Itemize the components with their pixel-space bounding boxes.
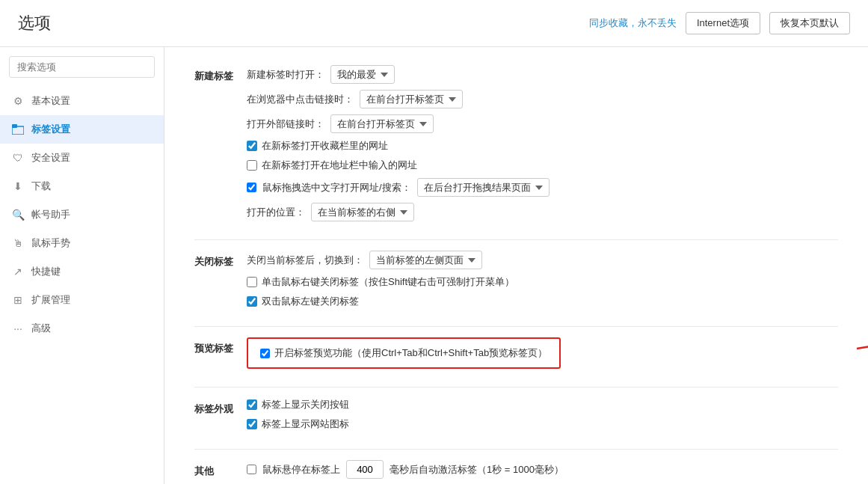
layout: ⚙ 基本设置 标签设置 🛡 安全设置 ⬇ 下载 🔍 帐号助手 bbox=[0, 47, 868, 484]
sidebar-item-tab[interactable]: 标签设置 bbox=[0, 115, 164, 144]
other-body: 鼠标悬停在标签上 毫秒后自动激活标签（1秒 = 1000毫秒） bbox=[247, 460, 838, 479]
sidebar-label-basic: 基本设置 bbox=[31, 94, 70, 108]
preview-checkbox[interactable] bbox=[260, 349, 270, 358]
header-actions: 同步收藏，永不丢失 Internet选项 恢复本页默认 bbox=[589, 12, 850, 34]
new-tab-row: 新建标签 新建标签时打开： 我的最爱 在浏览器中点击链接时： 在前台打开标签页 bbox=[194, 65, 838, 221]
other-row: 其他 鼠标悬停在标签上 毫秒后自动激活标签（1秒 = 1000毫秒） bbox=[194, 460, 838, 479]
svg-line-2 bbox=[857, 334, 868, 349]
download-icon: ⬇ bbox=[12, 180, 24, 192]
divider-1 bbox=[194, 239, 838, 240]
delay-input[interactable] bbox=[346, 460, 384, 479]
new-tab-body: 新建标签时打开： 我的最爱 在浏览器中点击链接时： 在前台打开标签页 打开外部链… bbox=[247, 65, 838, 221]
hover-activate-label: 鼠标悬停在标签上 bbox=[262, 463, 340, 477]
tab-icon bbox=[12, 123, 24, 135]
external-link-select[interactable]: 在前台打开标签页 bbox=[330, 114, 434, 133]
divider-4 bbox=[194, 449, 838, 450]
close-tab-row: 关闭标签 关闭当前标签后，切换到： 当前标签的左侧页面 单击鼠标右键关闭标签（按… bbox=[194, 251, 838, 308]
position-select[interactable]: 在当前标签的右侧 bbox=[311, 203, 414, 221]
sidebar-label-shortcut: 快捷键 bbox=[31, 265, 61, 278]
sidebar-label-gesture: 鼠标手势 bbox=[31, 236, 70, 250]
tab-appearance-row: 标签外观 标签上显示关闭按钮 标签上显示网站图标 bbox=[194, 398, 838, 431]
sidebar-label-extension: 扩展管理 bbox=[31, 293, 70, 307]
sidebar-item-download[interactable]: ⬇ 下载 bbox=[0, 172, 164, 200]
tab-appearance-section: 标签外观 标签上显示关闭按钮 标签上显示网站图标 bbox=[194, 398, 838, 431]
account-icon: 🔍 bbox=[12, 209, 24, 221]
sidebar-label-tab: 标签设置 bbox=[31, 123, 70, 136]
sync-link[interactable]: 同步收藏，永不丢失 bbox=[589, 16, 677, 30]
sidebar-item-advanced[interactable]: ··· 高级 bbox=[0, 314, 164, 343]
internet-options-button[interactable]: Internet选项 bbox=[686, 12, 760, 34]
sidebar-label-security: 安全设置 bbox=[31, 151, 70, 165]
new-tab-open-text: 新建标签时打开： bbox=[247, 68, 324, 82]
tab-appearance-body: 标签上显示关闭按钮 标签上显示网站图标 bbox=[247, 398, 838, 431]
show-favicon-checkbox[interactable] bbox=[247, 419, 257, 429]
tab-appearance-label: 标签外观 bbox=[194, 398, 247, 416]
new-tab-open-select[interactable]: 我的最爱 bbox=[330, 65, 395, 84]
external-link-row: 打开外部链接时： 在前台打开标签页 bbox=[247, 114, 838, 133]
dots-icon: ··· bbox=[12, 322, 24, 334]
grid-icon: ⊞ bbox=[12, 294, 24, 306]
restore-default-button[interactable]: 恢复本页默认 bbox=[769, 12, 850, 34]
other-section: 其他 鼠标悬停在标签上 毫秒后自动激活标签（1秒 = 1000毫秒） bbox=[194, 460, 838, 479]
close-switch-row: 关闭当前标签后，切换到： 当前标签的左侧页面 bbox=[247, 251, 838, 269]
divider-3 bbox=[194, 387, 838, 387]
close-tab-label: 关闭标签 bbox=[194, 251, 247, 269]
main-content: 新建标签 新建标签时打开： 我的最爱 在浏览器中点击链接时： 在前台打开标签页 bbox=[164, 47, 868, 484]
gear-icon: ⚙ bbox=[12, 95, 24, 107]
divider-2 bbox=[194, 326, 838, 327]
click-link-row: 在浏览器中点击链接时： 在前台打开标签页 bbox=[247, 90, 838, 108]
close-switch-select[interactable]: 当前标签的左侧页面 bbox=[369, 251, 482, 269]
preview-tab-body: 开启标签预览功能（使用Ctrl+Tab和Ctrl+Shift+Tab预览标签页） bbox=[247, 337, 838, 369]
shortcut-icon: ↗ bbox=[12, 266, 24, 278]
search-input[interactable] bbox=[9, 56, 155, 78]
drag-checkbox[interactable] bbox=[247, 183, 256, 192]
delay-suffix: 毫秒后自动激活标签（1秒 = 1000毫秒） bbox=[390, 463, 564, 477]
click-link-text: 在浏览器中点击链接时： bbox=[247, 93, 354, 106]
preview-label: 开启标签预览功能（使用Ctrl+Tab和Ctrl+Shift+Tab预览标签页） bbox=[274, 346, 547, 360]
other-label: 其他 bbox=[194, 460, 247, 478]
bookmark-label: 在新标签打开收藏栏里的网址 bbox=[262, 139, 388, 153]
hover-activate-checkbox[interactable] bbox=[247, 465, 256, 474]
external-link-text: 打开外部链接时： bbox=[247, 117, 324, 131]
double-click-close-checkbox[interactable] bbox=[247, 296, 257, 307]
close-tab-body: 关闭当前标签后，切换到： 当前标签的左侧页面 单击鼠标右键关闭标签（按住Shif… bbox=[247, 251, 838, 308]
red-arrow-icon bbox=[849, 326, 868, 371]
bookmark-checkbox-row: 在新标签打开收藏栏里的网址 bbox=[247, 139, 838, 153]
position-text: 打开的位置： bbox=[247, 206, 305, 219]
header: 选项 同步收藏，永不丢失 Internet选项 恢复本页默认 bbox=[0, 0, 868, 47]
show-favicon-row: 标签上显示网站图标 bbox=[247, 417, 838, 431]
show-close-btn-checkbox[interactable] bbox=[247, 399, 257, 410]
shield-icon: 🛡 bbox=[12, 152, 24, 164]
drag-row: 鼠标拖拽选中文字打开网址/搜索： 在后台打开拖拽结果页面 bbox=[247, 178, 838, 197]
preview-tab-section: 预览标签 开启标签预览功能（使用Ctrl+Tab和Ctrl+Shift+Tab预… bbox=[194, 337, 838, 369]
svg-rect-1 bbox=[12, 124, 17, 128]
position-row: 打开的位置： 在当前标签的右侧 bbox=[247, 203, 838, 221]
show-close-btn-row: 标签上显示关闭按钮 bbox=[247, 398, 838, 411]
right-click-close-label: 单击鼠标右键关闭标签（按住Shift键右击可强制打开菜单） bbox=[262, 275, 514, 289]
double-click-close-row: 双击鼠标左键关闭标签 bbox=[247, 295, 838, 308]
close-switch-text: 关闭当前标签后，切换到： bbox=[247, 254, 363, 267]
addressbar-checkbox[interactable] bbox=[247, 160, 257, 171]
sidebar: ⚙ 基本设置 标签设置 🛡 安全设置 ⬇ 下载 🔍 帐号助手 bbox=[0, 47, 164, 484]
sidebar-item-gesture[interactable]: 🖱 鼠标手势 bbox=[0, 229, 164, 257]
new-tab-label: 新建标签 bbox=[194, 65, 247, 83]
sidebar-label-download: 下载 bbox=[31, 180, 51, 193]
mouse-icon: 🖱 bbox=[12, 237, 24, 249]
close-tab-section: 关闭标签 关闭当前标签后，切换到： 当前标签的左侧页面 单击鼠标右键关闭标签（按… bbox=[194, 251, 838, 308]
right-click-close-checkbox[interactable] bbox=[247, 277, 257, 287]
sidebar-item-basic[interactable]: ⚙ 基本设置 bbox=[0, 87, 164, 115]
sidebar-item-security[interactable]: 🛡 安全设置 bbox=[0, 144, 164, 172]
sidebar-label-advanced: 高级 bbox=[31, 322, 51, 335]
hover-activate-row: 鼠标悬停在标签上 毫秒后自动激活标签（1秒 = 1000毫秒） bbox=[247, 460, 838, 479]
addressbar-checkbox-row: 在新标签打开在地址栏中输入的网址 bbox=[247, 159, 838, 172]
new-tab-open-row: 新建标签时打开： 我的最爱 bbox=[247, 65, 838, 84]
sidebar-item-extension[interactable]: ⊞ 扩展管理 bbox=[0, 286, 164, 314]
preview-tab-label: 预览标签 bbox=[194, 337, 247, 355]
sidebar-item-account[interactable]: 🔍 帐号助手 bbox=[0, 200, 164, 229]
drag-select[interactable]: 在后台打开拖拽结果页面 bbox=[417, 178, 550, 197]
bookmark-checkbox[interactable] bbox=[247, 141, 257, 151]
search-box bbox=[9, 56, 155, 78]
click-link-select[interactable]: 在前台打开标签页 bbox=[360, 90, 463, 108]
drag-label: 鼠标拖拽选中文字打开网址/搜索： bbox=[262, 181, 411, 194]
sidebar-item-shortcut[interactable]: ↗ 快捷键 bbox=[0, 257, 164, 286]
